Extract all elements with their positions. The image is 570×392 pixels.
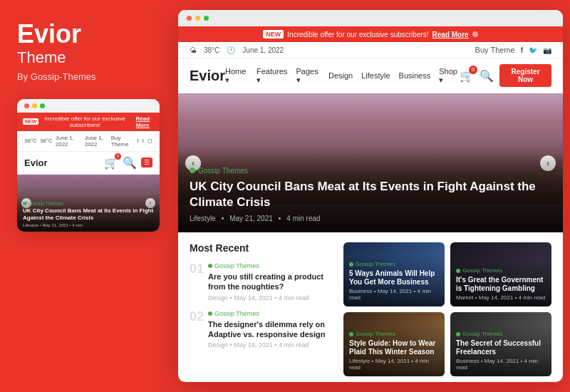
card-overlay-1: Gossip Themes 5 Ways Animals Will Help Y… bbox=[343, 255, 445, 306]
browser-dot-green bbox=[204, 16, 209, 21]
facebook-icon: f bbox=[521, 46, 523, 54]
nav-business[interactable]: Business bbox=[399, 71, 431, 80]
card-category-3: Gossip Themes bbox=[349, 331, 439, 337]
mini-search-icon: 🔍 bbox=[123, 156, 137, 170]
card-cat-dot-4 bbox=[456, 332, 460, 336]
mini-hero-overlay: Gossip Themes UK City Council Bans Meat … bbox=[17, 195, 160, 231]
mini-hero-meta: Lifestyle • May 21, 2021 • 4 min bbox=[23, 223, 154, 227]
browser-titlebar bbox=[178, 10, 563, 26]
mini-date: June 1, 2022 bbox=[56, 135, 82, 148]
hero-meta-date: May 21, 2021 bbox=[229, 215, 273, 222]
browser-dot-yellow bbox=[195, 16, 200, 21]
mini-logo: Evior bbox=[24, 158, 48, 168]
recent-num-1: 01 bbox=[190, 262, 202, 275]
mini-hero-title: UK City Council Bans Meat at Its Events … bbox=[23, 207, 154, 221]
card-meta-3: Lifestyle • May 14, 2021 • 4 min read bbox=[349, 358, 439, 371]
card-meta-2: Market • May 14, 2021 • 4 min read bbox=[456, 294, 546, 301]
nav-shop[interactable]: Shop ▾ bbox=[439, 67, 460, 85]
cart-icon-wrap: 🛒 0 bbox=[460, 69, 474, 83]
mini-dot-yellow bbox=[32, 103, 37, 108]
mini-dot-green bbox=[40, 103, 45, 108]
mini-date-val: June 1, 2022 bbox=[85, 135, 111, 148]
mini-fb-icon: f bbox=[138, 138, 139, 144]
brand-title: Evior bbox=[17, 20, 154, 48]
nav-design[interactable]: Design bbox=[328, 71, 353, 80]
site-topbar-right: Buy Theme f 🐦 📷 bbox=[475, 46, 551, 54]
section-title-most-recent: Most Recent bbox=[190, 242, 332, 254]
nav-home[interactable]: Home ▾ bbox=[225, 67, 248, 85]
banner-new-label: NEW bbox=[263, 30, 284, 38]
mini-banner: NEW Incredible offer for our exclusive s… bbox=[17, 113, 160, 131]
recent-meta-2: Design • May 14, 2021 • 4 min read bbox=[208, 341, 332, 349]
recent-title-1[interactable]: Are you still creating a product from th… bbox=[208, 272, 332, 292]
mini-menu-icon: ☰ bbox=[141, 158, 152, 167]
clock-icon: 🕐 bbox=[227, 46, 235, 54]
mini-header-icons: 🛒 0 🔍 ☰ bbox=[104, 156, 152, 170]
search-icon[interactable]: 🔍 bbox=[480, 69, 494, 83]
nav-lifestyle[interactable]: Lifestyle bbox=[361, 71, 390, 80]
weather-icon: 🌤 bbox=[190, 46, 197, 54]
mini-hero: ‹ › Gossip Themes UK City Council Bans M… bbox=[17, 175, 160, 232]
hero-section: ‹ › Gossip Themes UK City Council Bans M… bbox=[178, 93, 563, 232]
card-category-4: Gossip Themes bbox=[456, 331, 546, 337]
hero-meta-dot2: • bbox=[279, 215, 281, 222]
card-title-4: The Secret of Successful Freelancers bbox=[456, 339, 546, 356]
hero-meta: Lifestyle • May 21, 2021 • 4 min read bbox=[190, 215, 551, 222]
mini-topbar: 38°C 38°C June 1, 2022 June 1, 2022 Buy … bbox=[17, 131, 160, 152]
card-cat-dot-2 bbox=[456, 269, 460, 273]
temperature: 38°C bbox=[204, 46, 219, 54]
recent-title-2[interactable]: The designer's dilemma rely on Adaptive … bbox=[208, 319, 332, 340]
hero-meta-category: Lifestyle bbox=[190, 215, 216, 222]
topbar-date: June 1, 2022 bbox=[242, 46, 284, 54]
card-meta-1: Business • May 14, 2021 • 4 min read bbox=[349, 288, 439, 301]
cart-count-badge: 0 bbox=[469, 66, 477, 74]
article-card-1[interactable]: Gossip Themes 5 Ways Animals Will Help Y… bbox=[343, 242, 445, 306]
brand-subtitle: Theme bbox=[17, 48, 154, 67]
nav-links: Home ▾ Features ▾ Pages ▾ Design Lifesty… bbox=[225, 67, 460, 85]
banner-text: Incredible offer for our exclusive subsc… bbox=[287, 31, 428, 38]
recent-item-1: 01 Gossip Themes Are you still creating … bbox=[190, 262, 332, 301]
site-topbar: 🌤 38°C 🕐 June 1, 2022 Buy Theme f 🐦 📷 bbox=[178, 42, 563, 58]
nav-pages[interactable]: Pages ▾ bbox=[296, 67, 320, 85]
mini-cart-badge: 0 bbox=[115, 153, 121, 160]
browser-dot-red bbox=[187, 16, 192, 21]
site-logo: Evior bbox=[190, 68, 225, 84]
card-title-2: It's Great the Government is Tightening … bbox=[456, 276, 546, 293]
top-announcement-banner: NEW Incredible offer for our exclusive s… bbox=[178, 26, 563, 42]
mini-buy-theme: Buy Theme bbox=[111, 135, 134, 148]
left-panel: Evior Theme By Gossip-Themes NEW Incredi… bbox=[0, 0, 171, 392]
twitter-icon: 🐦 bbox=[529, 46, 537, 54]
mini-temp-val: 38°C bbox=[40, 138, 53, 144]
nav-features[interactable]: Features ▾ bbox=[256, 67, 288, 85]
mini-preview-card: NEW Incredible offer for our exclusive s… bbox=[17, 99, 160, 232]
article-card-2[interactable]: Gossip Themes It's Great the Government … bbox=[450, 242, 551, 306]
mini-cart-wrap: 🛒 0 bbox=[104, 156, 118, 170]
recent-content-2: Gossip Themes The designer's dilemma rel… bbox=[208, 310, 332, 349]
mini-dot-red bbox=[24, 103, 29, 108]
browser-window: NEW Incredible offer for our exclusive s… bbox=[178, 10, 563, 382]
recent-content-1: Gossip Themes Are you still creating a p… bbox=[208, 262, 332, 301]
card-title-1: 5 Ways Animals Will Help You Get More Bu… bbox=[349, 269, 439, 287]
most-recent-section: Most Recent 01 Gossip Themes Are you sti… bbox=[190, 242, 332, 376]
brand-by: By Gossip-Themes bbox=[17, 71, 154, 82]
card-cat-dot-1 bbox=[349, 262, 353, 267]
recent-item-2: 02 Gossip Themes The designer's dilemma … bbox=[190, 310, 332, 349]
article-cards-grid: Gossip Themes 5 Ways Animals Will Help Y… bbox=[343, 242, 551, 376]
mini-banner-text: Incredible offer for our exclusive subsc… bbox=[41, 115, 128, 128]
register-button[interactable]: Register Now bbox=[499, 64, 551, 87]
mini-temp: 38°C bbox=[24, 138, 37, 144]
mini-topbar-right: Buy Theme f t ◻ bbox=[111, 135, 152, 148]
mini-header: Evior 🛒 0 🔍 ☰ bbox=[17, 152, 160, 175]
hero-title: UK City Council Bans Meat at Its Events … bbox=[190, 179, 551, 210]
content-area: Most Recent 01 Gossip Themes Are you sti… bbox=[178, 232, 563, 382]
buy-theme-link[interactable]: Buy Theme bbox=[475, 46, 515, 54]
article-card-3[interactable]: Gossip Themes Style Guide: How to Wear P… bbox=[343, 312, 445, 376]
recent-cat-dot-2 bbox=[208, 311, 212, 316]
recent-category-2: Gossip Themes bbox=[208, 310, 332, 317]
banner-read-more[interactable]: Read More bbox=[432, 31, 469, 38]
instagram-icon: 📷 bbox=[543, 46, 551, 54]
article-card-4[interactable]: Gossip Themes The Secret of Successful F… bbox=[450, 312, 551, 376]
banner-indicator-dot bbox=[472, 31, 478, 37]
card-overlay-4: Gossip Themes The Secret of Successful F… bbox=[450, 325, 551, 376]
hero-overlay: Gossip Themes UK City Council Bans Meat … bbox=[178, 153, 563, 232]
